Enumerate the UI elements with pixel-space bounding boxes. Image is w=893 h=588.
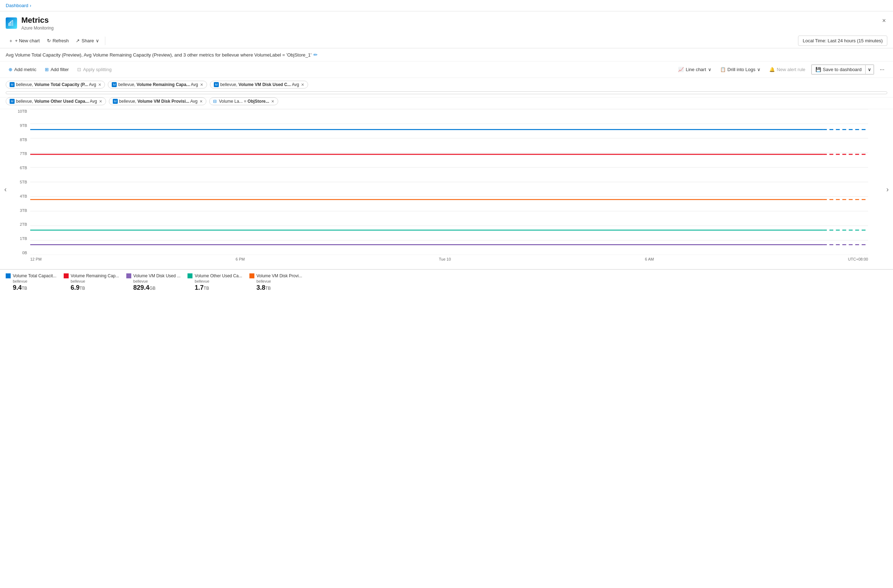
breadcrumb-arrow: › <box>30 3 31 8</box>
more-options-button[interactable]: ··· <box>877 65 887 75</box>
chart-svg <box>30 109 868 255</box>
legend-name-3: Volume VM Disk Used ... <box>134 273 181 278</box>
drill-into-logs-button[interactable]: 📋 Drill into Logs ∨ <box>717 65 764 74</box>
metric-tag-close-5[interactable]: × <box>200 99 203 104</box>
legend-item-2: Volume Remaining Cap... bellevue 6.9TB <box>64 273 119 291</box>
metric-tag-close-3[interactable]: × <box>301 82 304 87</box>
line-chart-label: Line chart <box>686 67 706 72</box>
metric-tag-5: M bellevue, Volume VM Disk Provisi... Av… <box>109 98 207 105</box>
metric-tag-text-5: bellevue, Volume VM Disk Provisi... Avg <box>119 99 197 104</box>
metric-tag-text-1: bellevue, Volume Total Capacity (P... Av… <box>16 82 96 87</box>
toolbar-right: Local Time: Last 24 hours (15 minutes) <box>798 36 887 46</box>
share-button[interactable]: ↗ Share ∨ <box>73 36 102 45</box>
legend-header-5: Volume VM Disk Provi... <box>250 273 302 278</box>
metric-tag-close-2[interactable]: × <box>200 82 203 87</box>
new-chart-label: + New chart <box>15 38 40 44</box>
y-label-5: 5TB <box>20 180 27 184</box>
apply-splitting-label: Apply splitting <box>83 67 111 72</box>
metric-tag-text-2: bellevue, Volume Remaining Capa... Avg <box>118 82 198 87</box>
y-label-10: 10TB <box>18 109 27 113</box>
x-label-6am: 6 AM <box>645 257 654 261</box>
legend-sub-5: bellevue <box>257 279 302 284</box>
close-button[interactable]: × <box>881 16 887 26</box>
legend-sub-4: bellevue <box>195 279 242 284</box>
metrics-tags-row2: M bellevue, Volume Other Used Capa... Av… <box>0 98 893 109</box>
metric-tag-1: M bellevue, Volume Total Capacity (P... … <box>6 81 105 88</box>
alert-rule-icon: 🔔 <box>769 67 775 72</box>
breadcrumb[interactable]: Dashboard › <box>6 3 31 8</box>
line-chart-icon: 📈 <box>678 67 684 72</box>
svg-rect-2 <box>12 20 13 26</box>
legend-name-1: Volume Total Capacit... <box>13 273 57 278</box>
new-chart-button[interactable]: ＋ + New chart <box>6 36 43 46</box>
chart-actions: ⊕ Add metric ⊞ Add filter ⊡ Apply splitt… <box>0 62 893 78</box>
breadcrumb-dashboard[interactable]: Dashboard <box>6 3 29 8</box>
legend-name-5: Volume VM Disk Provi... <box>257 273 302 278</box>
drill-logs-label: Drill into Logs <box>728 67 756 72</box>
share-label: Share <box>81 38 94 44</box>
top-bar: Dashboard › <box>0 0 893 11</box>
add-filter-button[interactable]: ⊞ Add filter <box>42 65 72 74</box>
add-filter-icon: ⊞ <box>45 67 49 72</box>
legend: Volume Total Capacit... bellevue 9.4TB V… <box>0 270 893 295</box>
legend-header-3: Volume VM Disk Used ... <box>126 273 181 278</box>
save-label: Save to dashboard <box>823 67 862 72</box>
metric-tag-close-4[interactable]: × <box>99 99 102 104</box>
save-icon: 💾 <box>815 67 821 72</box>
chart-title: Avg Volume Total Capacity (Preview), Avg… <box>6 52 311 58</box>
metric-tag-icon-3: M <box>214 82 219 87</box>
y-label-7: 7TB <box>20 152 27 156</box>
apply-splitting-button[interactable]: ⊡ Apply splitting <box>74 65 114 74</box>
metric-tag-close-1[interactable]: × <box>98 82 101 87</box>
add-metric-label: Add metric <box>14 67 36 72</box>
metric-tag-text-4: bellevue, Volume Other Used Capa... Avg <box>16 99 97 104</box>
x-label-6pm: 6 PM <box>236 257 245 261</box>
legend-item-5: Volume VM Disk Provi... bellevue 3.8TB <box>250 273 302 291</box>
refresh-button[interactable]: ↻ Refresh <box>44 36 72 45</box>
filter-tag-text: Volume La... = ObjStore... <box>219 99 269 104</box>
legend-sub-1: bellevue <box>13 279 57 284</box>
save-dashboard-group: 💾 Save to dashboard ∨ <box>811 64 874 75</box>
chart-nav-right-button[interactable]: › <box>883 182 891 196</box>
filter-tag-close[interactable]: × <box>271 99 274 104</box>
apply-splitting-icon: ⊡ <box>77 67 81 72</box>
drill-logs-chevron-icon: ∨ <box>757 67 761 72</box>
legend-color-5 <box>250 273 254 278</box>
legend-sub-2: bellevue <box>71 279 119 284</box>
legend-value-2: 6.9TB <box>71 284 119 291</box>
header: Metrics Azure Monitoring × <box>0 11 893 33</box>
x-axis: 12 PM 6 PM Tue 10 6 AM UTC+08:00 <box>30 255 868 269</box>
chart-title-bar: Avg Volume Total Capacity (Preview), Avg… <box>0 48 893 62</box>
metrics-icon <box>6 17 17 29</box>
add-metric-icon: ⊕ <box>9 67 12 72</box>
page-subtitle: Azure Monitoring <box>21 26 54 31</box>
x-label-tue10: Tue 10 <box>439 257 451 261</box>
metrics-tags: M bellevue, Volume Total Capacity (P... … <box>0 78 893 98</box>
share-chevron-icon: ∨ <box>96 38 99 44</box>
add-metric-button[interactable]: ⊕ Add metric <box>6 65 39 74</box>
toolbar-divider <box>105 37 105 45</box>
legend-value-4: 1.7TB <box>195 284 242 291</box>
drill-logs-icon: 📋 <box>720 67 726 72</box>
line-chart-button[interactable]: 📈 Line chart ∨ <box>675 65 714 74</box>
legend-value-5: 3.8TB <box>257 284 302 291</box>
metric-tag-icon-4: M <box>10 99 15 104</box>
chart-container: ‹ › 0B 1TB 2TB 3TB 4TB 5TB 6TB 7TB 8TB 9… <box>0 109 893 269</box>
metric-tag-icon-5: M <box>113 99 118 104</box>
alert-rule-label: New alert rule <box>777 67 805 72</box>
edit-icon[interactable]: ✏ <box>313 52 318 58</box>
save-dashboard-button[interactable]: 💾 Save to dashboard <box>812 65 865 74</box>
new-alert-rule-button[interactable]: 🔔 New alert rule <box>766 65 808 74</box>
y-label-1: 1TB <box>20 236 27 241</box>
y-label-8: 8TB <box>20 138 27 142</box>
metric-tag-2: M bellevue, Volume Remaining Capa... Avg… <box>108 81 207 88</box>
legend-color-1 <box>6 273 11 278</box>
y-label-4: 4TB <box>20 194 27 198</box>
time-range-button[interactable]: Local Time: Last 24 hours (15 minutes) <box>798 36 887 46</box>
x-label-12pm: 12 PM <box>30 257 42 261</box>
chart-nav-left-button[interactable]: ‹ <box>2 182 10 196</box>
line-chart-chevron-icon: ∨ <box>708 67 711 72</box>
save-dashboard-arrow-button[interactable]: ∨ <box>865 65 874 74</box>
filter-tag: ⊟ Volume La... = ObjStore... × <box>209 98 278 105</box>
y-axis: 0B 1TB 2TB 3TB 4TB 5TB 6TB 7TB 8TB 9TB 1… <box>11 109 29 255</box>
